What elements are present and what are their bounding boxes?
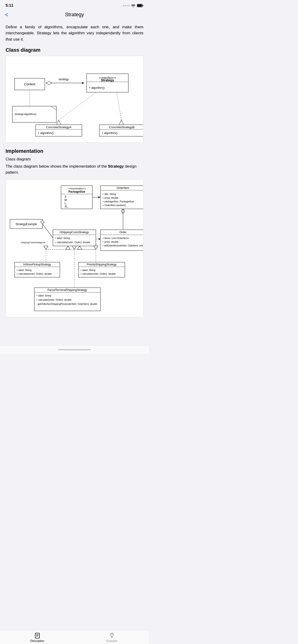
pattern-description: Define a family of algorithms, encapsula… (6, 24, 143, 42)
svg-text:L: L (65, 202, 66, 205)
svg-text:+ label: String: + label: String (36, 294, 51, 297)
svg-line-65 (43, 224, 53, 238)
svg-text:+ OrderItem.random(): + OrderItem.random() (102, 204, 126, 206)
svg-text:+ price: double: + price: double (102, 196, 118, 199)
svg-text:M: M (65, 198, 67, 202)
class-diagram-container: Context <<Interface>> Strategy + algorit… (6, 56, 143, 142)
svg-text:- getOrderItemShippingPrice(or: - getOrderItemShippingPrice(orderItem: O… (36, 303, 97, 305)
svg-marker-13 (82, 82, 84, 84)
svg-text:-shippingCostsStrategyList: -shippingCostsStrategyList (21, 241, 46, 244)
svg-text:Context: Context (24, 82, 35, 86)
wifi-icon (131, 4, 136, 8)
status-time: 5:11 (6, 3, 14, 8)
implementation-diagram-container: OrderItem + title: String + price: doubl… (6, 180, 143, 317)
svg-marker-78 (44, 246, 48, 250)
svg-text:<<enumeration>>: <<enumeration>> (68, 187, 86, 190)
page-title: Strategy (65, 12, 84, 18)
svg-text:...: ... (15, 108, 17, 111)
svg-text:+ title: String: + title: String (102, 193, 116, 196)
svg-rect-2 (137, 5, 142, 7)
svg-text:XL: XL (65, 205, 68, 208)
svg-text:+ label: String: + label: String (17, 269, 32, 272)
svg-text:OrderItem: OrderItem (117, 186, 129, 190)
svg-rect-1 (143, 5, 143, 6)
svg-text:strategy.algorithm(): strategy.algorithm() (15, 113, 37, 116)
svg-text:+ label: String: + label: String (55, 237, 70, 240)
svg-text:...: ... (15, 117, 17, 120)
svg-marker-68 (99, 238, 101, 240)
svg-marker-11 (46, 81, 52, 84)
implementation-diagram-svg: OrderItem + title: String + price: doubl… (8, 183, 143, 313)
signal-dots-icon (123, 5, 130, 6)
svg-text:ParcelTerminalShippingStrategy: ParcelTerminalShippingStrategy (48, 288, 87, 292)
status-bar: 5:11 (0, 0, 149, 10)
svg-text:S: S (65, 195, 66, 198)
svg-text:+ label: String: + label: String (80, 269, 95, 272)
svg-line-20 (59, 92, 96, 120)
svg-marker-70 (77, 246, 82, 250)
svg-marker-69 (66, 246, 70, 250)
svg-text:+ algorithm(): + algorithm() (38, 132, 54, 135)
svg-text:+ addOrderItem(orderItem: Orde: + addOrderItem(orderItem: OrderItem): vo… (102, 244, 143, 247)
back-button[interactable]: < (5, 11, 8, 18)
svg-text:+ calculate(order: Order): dou: + calculate(order: Order): double (55, 241, 90, 244)
svg-text:+ items: List<OrderItem>: + items: List<OrderItem> (102, 237, 129, 240)
home-bar (58, 349, 91, 350)
home-indicator (0, 346, 149, 354)
class-diagram-title: Class diagram (6, 47, 143, 53)
implementation-title: Implementation (6, 148, 143, 154)
svg-text:PackageSize: PackageSize (69, 190, 85, 193)
svg-text:ConcreteStrategyB: ConcreteStrategyB (109, 126, 135, 129)
svg-text:InStorePickupStrategy: InStorePickupStrategy (23, 263, 51, 266)
status-icons (123, 4, 143, 8)
svg-line-21 (117, 92, 121, 120)
svg-marker-79 (94, 246, 98, 250)
svg-text:+ calculate(order: Order): dou: + calculate(order: Order): double (80, 272, 116, 275)
svg-marker-22 (56, 120, 61, 125)
svg-text:+ calculate(order: Order): dou: + calculate(order: Order): double (17, 272, 52, 275)
svg-text:StrategyExample: StrategyExample (16, 222, 37, 226)
svg-text:+ algorithm(): + algorithm() (89, 86, 105, 90)
battery-icon (137, 4, 143, 7)
svg-text:+ algorithm(): + algorithm() (102, 132, 117, 135)
svg-text:+ packageSize: PackageSize: + packageSize: PackageSize (102, 200, 134, 203)
svg-text:ConcreteStrategyA: ConcreteStrategyA (46, 126, 72, 129)
svg-text:Strategy: Strategy (101, 78, 114, 82)
svg-marker-77 (72, 246, 76, 250)
implementation-description: The class diagram below shows the implem… (6, 164, 143, 176)
implementation-section: Implementation Class diagram The class d… (6, 148, 143, 317)
svg-marker-23 (119, 120, 124, 125)
svg-text:-strategy: -strategy (58, 78, 69, 81)
main-content: Define a family of algorithms, encapsula… (0, 20, 149, 346)
class-diagram-section: Class diagram Context <<Interface>> Stra… (6, 47, 143, 142)
svg-text:IShippingCostsStrategy: IShippingCostsStrategy (60, 231, 89, 234)
svg-text:PriorityShippingStrategy: PriorityShippingStrategy (87, 263, 117, 266)
svg-text:+ price: double: + price: double (102, 240, 118, 243)
svg-text:+ calculate(order: Order): dou: + calculate(order: Order): double (36, 298, 72, 301)
nav-bar: < Strategy (0, 10, 149, 20)
class-diagram-svg: Context <<Interface>> Strategy + algorit… (8, 60, 143, 139)
svg-marker-48 (98, 196, 101, 198)
implementation-sub-title: Class diagram (6, 157, 143, 162)
svg-text:Order: Order (120, 231, 127, 234)
